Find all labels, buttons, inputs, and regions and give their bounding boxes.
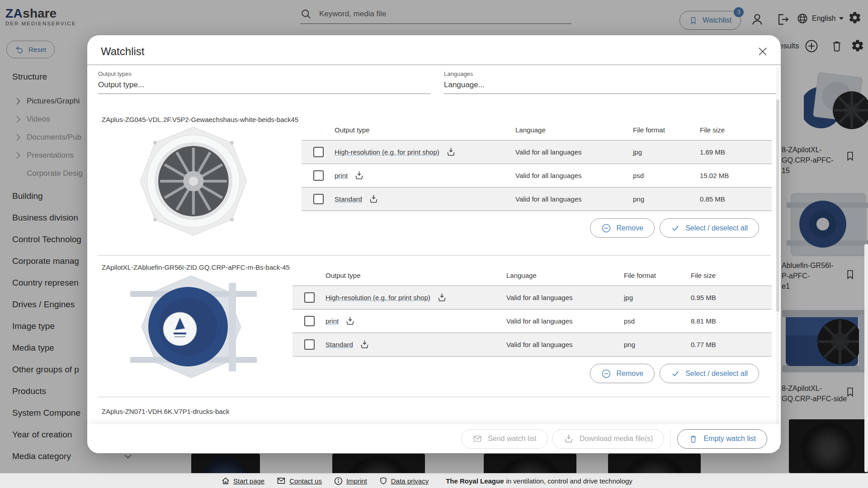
col-output-type: Output type <box>335 126 515 134</box>
modal-scrollbar-thumb[interactable] <box>776 99 779 312</box>
output-type-link[interactable]: High-resolution (e.g. for print shop) <box>326 294 430 301</box>
download-icon[interactable] <box>345 316 355 326</box>
language-cell: Valid for all languages <box>506 317 624 325</box>
download-media-files-button[interactable]: Download media file(s) <box>552 429 665 449</box>
check-icon <box>671 224 680 233</box>
col-file-size: File size <box>700 126 772 134</box>
table-row: Standard Valid for all languages png 0.8… <box>302 187 772 211</box>
language-cell: Valid for all languages <box>515 148 633 156</box>
row-checkbox[interactable] <box>313 147 324 157</box>
output-types-filter: Output types Output type... <box>98 70 430 94</box>
shield-icon <box>379 476 388 486</box>
languages-filter-value[interactable]: Language... <box>444 80 777 94</box>
footer-tagline: The Royal Leaguein ventilation, control … <box>446 477 632 485</box>
download-icon <box>563 433 574 444</box>
format-cell: jpg <box>624 294 691 301</box>
table-row: print Valid for all languages psd 15.02 … <box>302 164 772 187</box>
item-divider <box>97 255 771 256</box>
remove-button[interactable]: Remove <box>590 364 655 383</box>
empty-watch-list-button[interactable]: Empty watch list <box>677 429 767 449</box>
info-icon <box>334 476 343 486</box>
footer-button-separator <box>670 430 671 448</box>
footer-link-imprint[interactable]: Imprint <box>334 476 367 486</box>
table-header-row: Output type Language File format File si… <box>302 119 772 140</box>
item-actions: Remove Select / deselect all <box>590 364 759 383</box>
watchlist-item-name: ZAplus-ZN071-VDH.6K.V7P1-drucks-back <box>102 408 230 415</box>
table-header-row: Output type Language File format File si… <box>292 265 772 286</box>
row-checkbox[interactable] <box>304 339 315 350</box>
envelope-icon <box>472 434 482 443</box>
size-cell: 0.95 MB <box>691 294 772 301</box>
download-icon[interactable] <box>359 339 370 350</box>
watchlist-item-image <box>126 274 261 382</box>
footer-link-data-privacy[interactable]: Data privacy <box>379 476 429 486</box>
table-row: Standard Valid for all languages png 0.7… <box>292 333 772 357</box>
app-window: ZAshare DER MEDIENSERVICE Watchlist 3 En… <box>0 0 868 488</box>
download-icon[interactable] <box>446 147 456 157</box>
page-scrollbar[interactable] <box>864 244 868 472</box>
format-cell: psd <box>633 172 700 179</box>
col-file-format: File format <box>624 272 691 279</box>
col-output-type: Output type <box>326 272 506 279</box>
table-row: High-resolution (e.g. for print shop) Va… <box>302 140 772 164</box>
language-cell: Valid for all languages <box>506 341 624 348</box>
size-cell: 0.77 MB <box>691 341 772 348</box>
language-cell: Valid for all languages <box>506 294 624 301</box>
modal-header-divider <box>87 65 781 65</box>
col-language: Language <box>515 126 633 134</box>
output-types-filter-label: Output types <box>98 70 430 77</box>
minus-circle-icon <box>601 369 611 379</box>
close-icon[interactable] <box>755 44 770 61</box>
watchlist-item-name: ZAplus-ZG045-VDL.2F.V5P2-Gewaechshaus-wh… <box>102 116 298 123</box>
download-icon[interactable] <box>354 170 364 181</box>
select-deselect-all-button[interactable]: Select / deselect all <box>660 218 759 238</box>
size-cell: 8.81 MB <box>691 317 772 325</box>
format-cell: png <box>633 195 700 203</box>
languages-filter: Languages Language... <box>444 70 777 94</box>
languages-filter-label: Languages <box>444 70 777 77</box>
page-footer: Start page Contact us Imprint Data priva… <box>0 473 868 488</box>
remove-button[interactable]: Remove <box>590 218 655 238</box>
minus-circle-icon <box>601 223 611 233</box>
envelope-icon <box>276 476 286 485</box>
item-divider <box>97 397 771 397</box>
col-language: Language <box>506 272 624 279</box>
trash-icon <box>689 434 698 444</box>
format-cell: psd <box>624 317 691 325</box>
footer-link-start-page[interactable]: Start page <box>221 476 264 485</box>
watchlist-item-image <box>123 126 268 240</box>
footer-link-contact-us[interactable]: Contact us <box>276 476 322 485</box>
output-types-filter-value[interactable]: Output type... <box>98 80 430 94</box>
modal-title: Watchlist <box>101 45 144 58</box>
row-checkbox[interactable] <box>313 194 324 204</box>
watchlist-item-name: ZApilotXL-ZAbluefin-GR56I-ZID.GQ.CRP-aPF… <box>102 263 290 271</box>
send-watch-list-button[interactable]: Send watch list <box>461 429 548 449</box>
row-checkbox[interactable] <box>304 316 315 326</box>
modal-footer: Send watch list Download media file(s) E… <box>87 424 781 453</box>
table-row: High-resolution (e.g. for print shop) Va… <box>292 286 772 309</box>
format-cell: jpg <box>633 148 700 156</box>
output-type-link[interactable]: High-resolution (e.g. for print shop) <box>335 148 439 156</box>
download-icon[interactable] <box>368 194 379 204</box>
output-type-link[interactable]: Standard <box>326 341 353 348</box>
format-cell: png <box>624 341 691 348</box>
output-type-link[interactable]: Standard <box>335 195 362 203</box>
language-cell: Valid for all languages <box>515 195 633 203</box>
watchlist-item-table: Output type Language File format File si… <box>302 119 772 211</box>
select-deselect-all-button[interactable]: Select / deselect all <box>660 364 759 383</box>
col-file-format: File format <box>633 126 700 134</box>
row-checkbox[interactable] <box>313 170 324 181</box>
row-checkbox[interactable] <box>304 292 315 303</box>
output-type-link[interactable]: print <box>326 317 339 325</box>
size-cell: 15.02 MB <box>700 172 772 179</box>
download-icon[interactable] <box>437 292 447 303</box>
table-row: print Valid for all languages psd 8.81 M… <box>292 309 772 333</box>
item-actions: Remove Select / deselect all <box>590 218 759 238</box>
output-type-link[interactable]: print <box>335 172 348 179</box>
check-icon <box>671 369 680 378</box>
size-cell: 0.85 MB <box>700 195 772 203</box>
language-cell: Valid for all languages <box>515 172 633 179</box>
watchlist-item-table: Output type Language File format File si… <box>292 265 772 357</box>
watchlist-modal: Watchlist Output types Output type... La… <box>87 35 781 453</box>
home-icon <box>221 476 230 485</box>
